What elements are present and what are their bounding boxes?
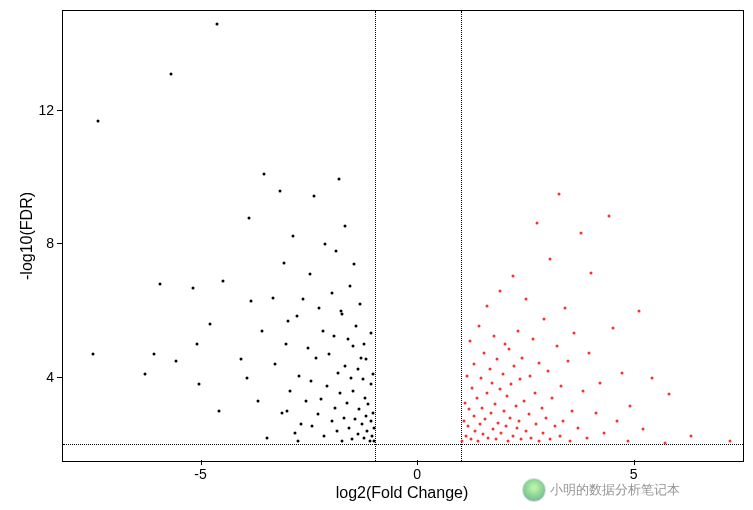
data-point	[338, 178, 341, 181]
data-point	[330, 291, 333, 294]
data-point	[525, 298, 528, 301]
data-point	[198, 383, 201, 386]
data-point	[524, 430, 527, 433]
data-point	[350, 438, 353, 441]
data-point	[498, 388, 501, 391]
plot-panel	[62, 10, 744, 462]
data-point	[512, 435, 515, 438]
data-point	[466, 425, 469, 428]
data-point	[476, 440, 479, 443]
y-tick-label: 4	[46, 369, 54, 385]
data-point	[515, 426, 518, 429]
y-tick-label: 8	[46, 235, 54, 251]
data-point	[354, 418, 357, 421]
data-point	[348, 285, 351, 288]
data-point	[651, 376, 654, 379]
data-point	[302, 298, 305, 301]
data-point	[278, 190, 281, 193]
data-point	[500, 431, 503, 434]
data-point	[729, 440, 732, 443]
data-point	[508, 348, 511, 351]
data-point	[517, 420, 520, 423]
data-point	[507, 440, 510, 443]
data-point	[521, 356, 524, 359]
data-point	[537, 361, 540, 364]
data-point	[337, 371, 340, 374]
data-point	[513, 365, 516, 368]
x-tick	[634, 460, 635, 465]
data-point	[529, 436, 532, 439]
ref-vline-0	[375, 11, 376, 461]
data-point	[534, 391, 537, 394]
source-favicon-icon	[522, 478, 546, 502]
data-point	[482, 433, 485, 436]
data-point	[490, 381, 493, 384]
data-point	[368, 440, 371, 443]
data-point	[215, 23, 218, 26]
data-point	[642, 428, 645, 431]
data-point	[540, 406, 543, 409]
x-tick	[201, 460, 202, 465]
data-point	[372, 426, 375, 429]
data-point	[599, 381, 602, 384]
data-point	[479, 376, 482, 379]
data-point	[510, 383, 513, 386]
data-point	[363, 436, 366, 439]
data-point	[359, 356, 362, 359]
data-point	[538, 440, 541, 443]
data-point	[300, 423, 303, 426]
data-point	[358, 303, 361, 306]
data-point	[465, 375, 468, 378]
data-point	[594, 411, 597, 414]
data-point	[331, 420, 334, 423]
data-point	[470, 438, 473, 441]
data-point	[463, 401, 466, 404]
data-point	[356, 368, 359, 371]
data-point	[579, 231, 582, 234]
data-point	[482, 351, 485, 354]
data-point	[462, 420, 465, 423]
data-point	[280, 411, 283, 414]
data-point	[549, 258, 552, 261]
data-point	[638, 310, 641, 313]
data-point	[96, 120, 99, 123]
data-point	[209, 323, 212, 326]
data-point	[360, 423, 363, 426]
data-point	[217, 410, 220, 413]
data-point	[313, 195, 316, 198]
data-point	[487, 436, 490, 439]
data-point	[324, 243, 327, 246]
data-point	[494, 403, 497, 406]
data-point	[265, 436, 268, 439]
data-point	[495, 438, 498, 441]
data-point	[365, 358, 368, 361]
data-point	[317, 306, 320, 309]
data-point	[222, 280, 225, 283]
data-point	[503, 343, 506, 346]
data-point	[603, 431, 606, 434]
data-point	[486, 305, 489, 308]
data-point	[523, 400, 526, 403]
data-point	[557, 193, 560, 196]
data-point	[481, 406, 484, 409]
data-point	[668, 393, 671, 396]
data-point	[362, 343, 365, 346]
data-point	[504, 425, 507, 428]
data-point	[464, 435, 467, 438]
data-point	[339, 391, 342, 394]
data-point	[274, 363, 277, 366]
data-point	[542, 318, 545, 321]
data-point	[328, 353, 331, 356]
data-point	[344, 225, 347, 228]
data-point	[491, 428, 494, 431]
data-point	[298, 375, 301, 378]
data-point	[295, 315, 298, 318]
data-point	[478, 423, 481, 426]
data-point	[534, 423, 537, 426]
data-point	[473, 363, 476, 366]
data-point	[369, 331, 372, 334]
data-point	[342, 416, 345, 419]
data-point	[484, 418, 487, 421]
data-point	[341, 313, 344, 316]
data-point	[485, 391, 488, 394]
